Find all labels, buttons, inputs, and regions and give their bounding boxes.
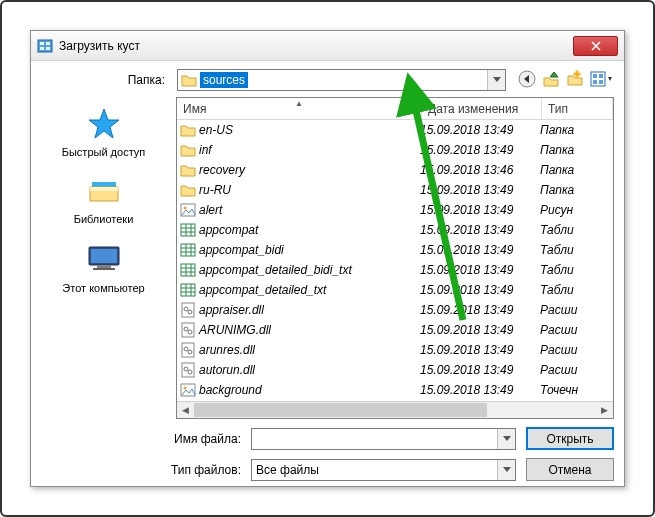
svg-rect-35	[181, 244, 195, 256]
svg-rect-25	[91, 249, 117, 263]
file-type: Папка	[540, 183, 613, 197]
svg-rect-3	[40, 47, 44, 50]
file-row[interactable]: autorun.dll15.09.2018 13:49Расши	[177, 360, 613, 380]
svg-point-29	[184, 207, 187, 210]
file-date: 15.09.2018 13:49	[420, 343, 540, 357]
file-date: 15.09.2018 13:49	[420, 143, 540, 157]
image-icon	[179, 382, 197, 398]
filetype-value: Все файлы	[256, 463, 319, 477]
svg-rect-0	[38, 40, 52, 52]
folder-toolbar: Папка: sources	[31, 61, 624, 97]
scroll-right-icon[interactable]: ▶	[596, 402, 613, 418]
file-row[interactable]: appcompat_bidi15.09.2018 13:49Табли	[177, 240, 613, 260]
svg-rect-30	[181, 224, 195, 236]
filetype-dropdown-button[interactable]	[497, 460, 515, 480]
folder-icon	[179, 142, 197, 158]
file-type: Расши	[540, 363, 613, 377]
image-icon	[179, 202, 197, 218]
place-quick-access[interactable]: Быстрый доступ	[31, 107, 176, 158]
file-row[interactable]: ru-RU15.09.2018 13:49Папка	[177, 180, 613, 200]
file-row[interactable]: appcompat15.09.2018 13:49Табли	[177, 220, 613, 240]
sort-asc-icon: ▲	[295, 99, 303, 108]
scroll-thumb[interactable]	[194, 403, 487, 417]
file-name: alert	[197, 203, 420, 217]
file-date: 15.09.2018 13:49	[420, 383, 540, 397]
file-row[interactable]: ARUNIMG.dll15.09.2018 13:49Расши	[177, 320, 613, 340]
file-type: Точечн	[540, 383, 613, 397]
place-libraries[interactable]: Библиотеки	[31, 176, 176, 225]
cancel-button[interactable]: Отмена	[526, 458, 614, 481]
file-row[interactable]: en-US15.09.2018 13:49Папка	[177, 120, 613, 140]
filename-combo[interactable]	[251, 428, 516, 450]
titlebar: Загрузить куст	[31, 31, 624, 61]
file-name: ARUNIMG.dll	[197, 323, 420, 337]
file-type: Папка	[540, 123, 613, 137]
file-type: Табли	[540, 223, 613, 237]
new-folder-icon[interactable]	[566, 70, 584, 91]
column-name[interactable]: Имя ▲	[177, 98, 422, 119]
filename-label: Имя файла:	[41, 432, 251, 446]
svg-rect-15	[593, 74, 597, 78]
svg-rect-1	[40, 42, 44, 45]
file-name: appcompat_detailed_txt	[197, 283, 420, 297]
file-type: Рисун	[540, 203, 613, 217]
file-row[interactable]: appcompat_detailed_txt15.09.2018 13:49Та…	[177, 280, 613, 300]
place-label: Быстрый доступ	[31, 146, 176, 158]
filename-dropdown-button[interactable]	[497, 429, 515, 449]
file-row[interactable]: recovery15.09.2018 13:46Папка	[177, 160, 613, 180]
table-icon	[179, 262, 197, 278]
file-row[interactable]: inf15.09.2018 13:49Папка	[177, 140, 613, 160]
column-date[interactable]: Дата изменения	[422, 98, 542, 119]
file-name: ru-RU	[197, 183, 420, 197]
svg-rect-26	[97, 265, 111, 268]
svg-rect-23	[90, 187, 118, 191]
file-type: Табли	[540, 243, 613, 257]
file-name: appcompat_detailed_bidi_txt	[197, 263, 420, 277]
svg-rect-21	[92, 182, 116, 187]
file-type: Табли	[540, 263, 613, 277]
svg-marker-20	[89, 109, 119, 138]
up-icon[interactable]	[542, 70, 560, 91]
file-row[interactable]: background15.09.2018 13:49Точечн	[177, 380, 613, 398]
scroll-left-icon[interactable]: ◀	[177, 402, 194, 418]
dll-icon	[179, 302, 197, 318]
svg-marker-10	[550, 72, 558, 77]
place-label: Библиотеки	[31, 213, 176, 225]
dll-icon	[179, 362, 197, 378]
file-date: 15.09.2018 13:46	[420, 163, 540, 177]
file-name: arunres.dll	[197, 343, 420, 357]
file-type: Расши	[540, 323, 613, 337]
file-row[interactable]: alert15.09.2018 13:49Рисун	[177, 200, 613, 220]
file-list-header: Имя ▲ Дата изменения Тип	[177, 98, 613, 120]
filetype-combo[interactable]: Все файлы	[251, 459, 516, 481]
file-type: Табли	[540, 283, 613, 297]
svg-rect-45	[181, 284, 195, 296]
file-date: 15.09.2018 13:49	[420, 303, 540, 317]
view-icon[interactable]	[590, 70, 614, 91]
dll-icon	[179, 342, 197, 358]
scroll-track[interactable]	[194, 402, 596, 418]
place-this-pc[interactable]: Этот компьютер	[31, 243, 176, 294]
close-button[interactable]	[573, 36, 618, 56]
file-row[interactable]: appraiser.dll15.09.2018 13:49Расши	[177, 300, 613, 320]
places-bar: Быстрый доступ Библиотеки Этот компьютер	[31, 97, 176, 419]
svg-marker-7	[493, 77, 501, 82]
svg-marker-65	[503, 467, 511, 472]
svg-marker-19	[608, 77, 612, 81]
folder-combo[interactable]: sources	[177, 69, 506, 91]
file-date: 15.09.2018 13:49	[420, 363, 540, 377]
file-name: appcompat	[197, 223, 420, 237]
column-type[interactable]: Тип	[542, 98, 613, 119]
folder-dropdown-button[interactable]	[487, 70, 505, 90]
file-date: 15.09.2018 13:49	[420, 323, 540, 337]
back-icon[interactable]	[518, 70, 536, 91]
file-row[interactable]: arunres.dll15.09.2018 13:49Расши	[177, 340, 613, 360]
file-list[interactable]: en-US15.09.2018 13:49Папкаinf15.09.2018 …	[177, 120, 613, 398]
file-name: appraiser.dll	[197, 303, 420, 317]
file-date: 15.09.2018 13:49	[420, 183, 540, 197]
file-date: 15.09.2018 13:49	[420, 223, 540, 237]
open-button[interactable]: Открыть	[526, 427, 614, 450]
folder-icon	[179, 182, 197, 198]
file-row[interactable]: appcompat_detailed_bidi_txt15.09.2018 13…	[177, 260, 613, 280]
horizontal-scrollbar[interactable]: ◀ ▶	[177, 401, 613, 418]
